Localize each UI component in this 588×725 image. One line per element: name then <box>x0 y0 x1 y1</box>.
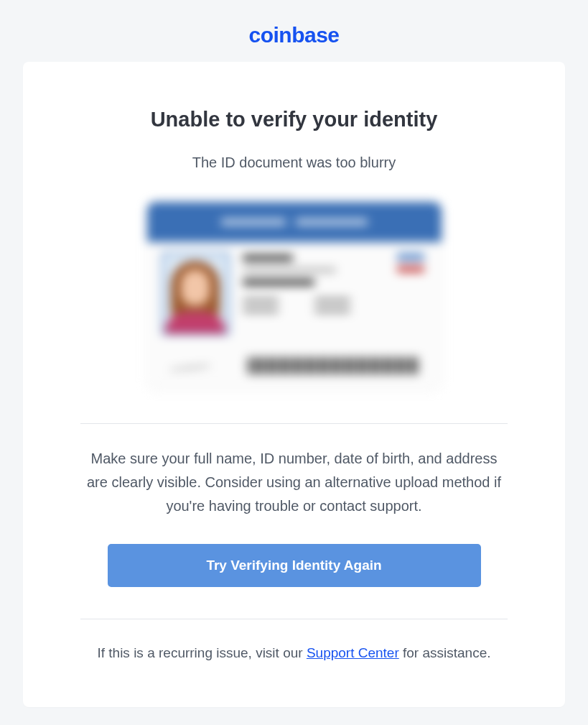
page-title: Unable to verify your identity <box>80 108 508 131</box>
support-footer: If this is a recurring issue, visit our … <box>80 642 508 664</box>
brand-logo: coinbase <box>248 23 339 47</box>
footer-suffix: for assistance. <box>399 645 491 660</box>
footer-prefix: If this is a recurring issue, visit our <box>97 645 306 660</box>
divider <box>80 619 508 619</box>
support-center-link[interactable]: Support Center <box>307 645 399 660</box>
error-reason: The ID document was too blurry <box>80 152 508 173</box>
divider <box>80 423 508 424</box>
instructions-text: Make sure your full name, ID number, dat… <box>80 447 508 518</box>
id-illustration <box>80 202 508 389</box>
retry-verify-button[interactable]: Try Verifying Identity Again <box>108 544 481 587</box>
content-card: Unable to verify your identity The ID do… <box>23 62 565 707</box>
blurry-id-card-icon <box>147 202 442 389</box>
